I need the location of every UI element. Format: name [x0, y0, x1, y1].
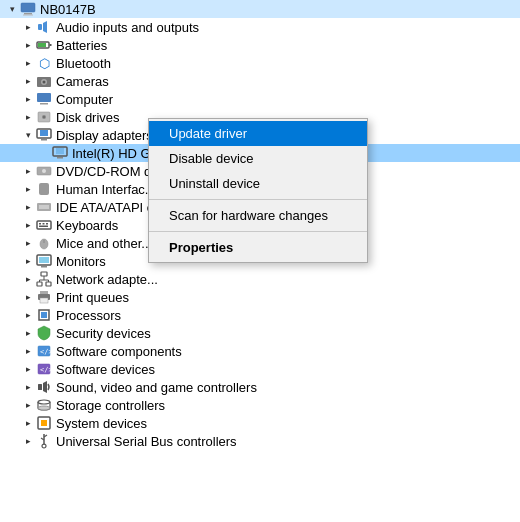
- label-display: Display adapters: [56, 128, 153, 143]
- chevron-sound: [20, 379, 36, 395]
- display-icon: [36, 127, 52, 143]
- svg-rect-20: [57, 157, 63, 159]
- tree-item-security[interactable]: Security devices: [0, 324, 520, 342]
- tree-item-processors[interactable]: Processors: [0, 306, 520, 324]
- tree-item-batteries[interactable]: Batteries: [0, 36, 520, 54]
- root-chevron: [4, 1, 20, 17]
- disk-icon: [36, 109, 52, 125]
- tree-item-software-comp[interactable]: </>Software components: [0, 342, 520, 360]
- svg-rect-2: [23, 15, 33, 16]
- tree-item-storage[interactable]: Storage controllers: [0, 396, 520, 414]
- chevron-processors: [20, 307, 36, 323]
- mouse-icon: [36, 235, 52, 251]
- svg-rect-30: [46, 223, 48, 225]
- tree-item-cameras[interactable]: Cameras: [0, 72, 520, 90]
- chevron-security: [20, 325, 36, 341]
- chevron-audio: [20, 19, 36, 35]
- svg-rect-53: [38, 384, 42, 390]
- label-mice: Mice and other...: [56, 236, 152, 251]
- svg-rect-46: [40, 298, 48, 303]
- chevron-batteries: [20, 37, 36, 53]
- chevron-print: [20, 289, 36, 305]
- context-menu-item-properties[interactable]: Properties: [149, 235, 367, 260]
- label-keyboards: Keyboards: [56, 218, 118, 233]
- svg-rect-12: [40, 103, 48, 105]
- chevron-mice: [20, 235, 36, 251]
- tree-item-usb[interactable]: Universal Serial Bus controllers: [0, 432, 520, 450]
- svg-rect-24: [39, 183, 49, 195]
- tree-item-print[interactable]: Print queues: [0, 288, 520, 306]
- svg-point-23: [42, 169, 46, 173]
- label-computer: Computer: [56, 92, 113, 107]
- context-menu-item-update-driver[interactable]: Update driver: [149, 121, 367, 146]
- label-dvd: DVD/CD-ROM d...: [56, 164, 162, 179]
- security-icon: [36, 325, 52, 341]
- computer-icon: [20, 1, 36, 17]
- tree-item-network[interactable]: Network adapte...: [0, 270, 520, 288]
- hid-icon: [36, 181, 52, 197]
- storage-icon: [36, 397, 52, 413]
- chevron-network: [20, 271, 36, 287]
- label-monitors: Monitors: [56, 254, 106, 269]
- chevron-storage: [20, 397, 36, 413]
- tree-item-computer[interactable]: Computer: [0, 90, 520, 108]
- tree-root[interactable]: NB0147B: [0, 0, 520, 18]
- label-audio: Audio inputs and outputs: [56, 20, 199, 35]
- battery-icon: [36, 37, 52, 53]
- chevron-usb: [20, 433, 36, 449]
- dvd-icon: [36, 163, 52, 179]
- label-print: Print queues: [56, 290, 129, 305]
- svg-rect-1: [24, 13, 32, 15]
- svg-rect-48: [41, 312, 47, 318]
- display-item-icon: [52, 145, 68, 161]
- context-menu-items: Update driverDisable deviceUninstall dev…: [149, 121, 367, 260]
- keyboard-icon: [36, 217, 52, 233]
- tree-item-bluetooth[interactable]: ⬡Bluetooth: [0, 54, 520, 72]
- svg-rect-5: [50, 44, 52, 46]
- svg-rect-35: [41, 266, 47, 268]
- bluetooth-icon: ⬡: [36, 55, 52, 71]
- svg-point-10: [43, 81, 46, 84]
- svg-rect-45: [40, 291, 48, 294]
- svg-rect-21: [56, 148, 64, 154]
- label-network: Network adapte...: [56, 272, 158, 287]
- svg-rect-57: [41, 420, 47, 426]
- audio-icon: [36, 19, 52, 35]
- svg-rect-0: [21, 3, 35, 12]
- label-human: Human Interfac...: [56, 182, 156, 197]
- label-batteries: Batteries: [56, 38, 107, 53]
- label-bluetooth: Bluetooth: [56, 56, 111, 71]
- tree-item-system[interactable]: System devices: [0, 414, 520, 432]
- label-disk: Disk drives: [56, 110, 120, 125]
- context-menu-item-disable-device[interactable]: Disable device: [149, 146, 367, 171]
- tree-item-audio[interactable]: Audio inputs and outputs: [0, 18, 520, 36]
- svg-point-15: [43, 116, 45, 118]
- root-label: NB0147B: [40, 2, 96, 17]
- svg-rect-11: [37, 93, 51, 102]
- svg-rect-17: [41, 139, 47, 141]
- software-icon: </>: [36, 343, 52, 359]
- chevron-keyboards: [20, 217, 36, 233]
- svg-rect-38: [37, 282, 42, 286]
- tree-item-sound[interactable]: Sound, video and game controllers: [0, 378, 520, 396]
- context-menu-item-uninstall-device[interactable]: Uninstall device: [149, 171, 367, 196]
- chevron-monitors: [20, 253, 36, 269]
- printer-icon: [36, 289, 52, 305]
- svg-rect-28: [39, 223, 41, 225]
- svg-rect-36: [39, 257, 49, 263]
- context-menu-separator: [149, 231, 367, 232]
- chevron-disk: [20, 109, 36, 125]
- tree-item-software-dev[interactable]: </>Software devices: [0, 360, 520, 378]
- svg-text:</>: </>: [40, 366, 52, 374]
- svg-text:</>: </>: [40, 348, 52, 356]
- context-menu-item-scan-hardware[interactable]: Scan for hardware changes: [149, 203, 367, 228]
- chevron-computer: [20, 91, 36, 107]
- svg-rect-29: [43, 223, 45, 225]
- svg-rect-18: [40, 130, 48, 136]
- chevron-dvd: [20, 163, 36, 179]
- monitor-icon: [36, 253, 52, 269]
- label-software-comp: Software components: [56, 344, 182, 359]
- label-usb: Universal Serial Bus controllers: [56, 434, 237, 449]
- chevron-bluetooth: [20, 55, 36, 71]
- label-system: System devices: [56, 416, 147, 431]
